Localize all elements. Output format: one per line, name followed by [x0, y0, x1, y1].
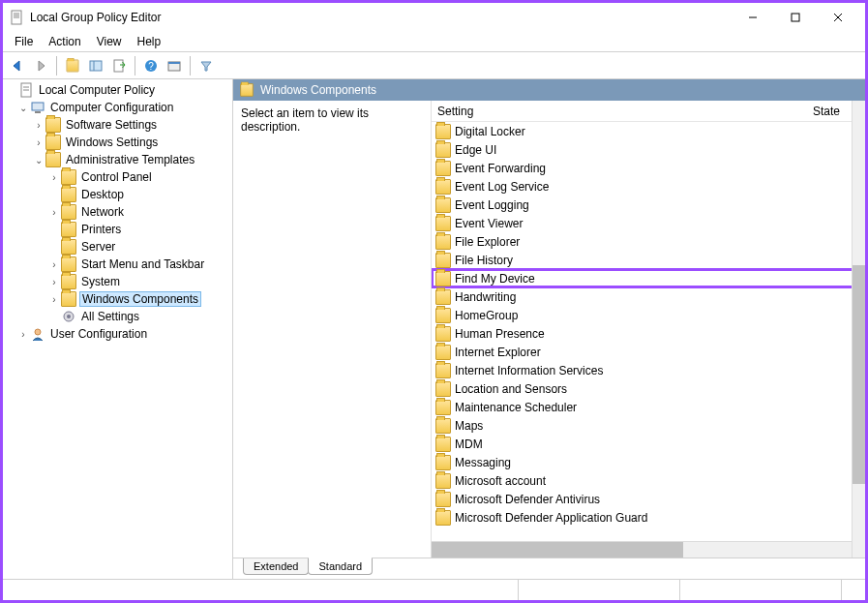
list-column-headers[interactable]: Setting State — [432, 101, 865, 122]
folder-icon — [435, 161, 451, 176]
folder-icon — [61, 222, 76, 237]
folder-icon — [61, 187, 76, 202]
list-item-label: Internet Explorer — [455, 346, 541, 359]
toolbar-help-button[interactable]: ? — [140, 55, 162, 76]
tree-computer-config[interactable]: ⌄ Computer Configuration — [3, 99, 232, 116]
maximize-button[interactable] — [774, 4, 817, 31]
folder-icon — [435, 400, 451, 415]
list-item[interactable]: Maps — [432, 416, 865, 435]
tree-admin-templates[interactable]: ⌄ Administrative Templates — [3, 151, 232, 168]
toolbar-back-button[interactable] — [7, 55, 28, 76]
list-item[interactable]: Internet Explorer — [432, 343, 865, 361]
tree-windows-components[interactable]: › Windows Components — [3, 290, 232, 308]
list-item[interactable]: Location and Sensors — [432, 379, 865, 398]
list-item[interactable]: Messaging — [432, 453, 865, 471]
tree-label: Desktop — [79, 188, 126, 201]
list-item-label: MDM — [455, 437, 483, 451]
chevron-down-icon[interactable]: ⌄ — [32, 155, 45, 166]
list-item[interactable]: HomeGroup — [432, 306, 865, 324]
list-item[interactable]: Handwriting — [432, 287, 865, 306]
chevron-right-icon[interactable]: › — [32, 120, 45, 131]
tree-label: Network — [79, 205, 126, 219]
tree-user-config[interactable]: › User Configuration — [3, 325, 232, 343]
tree-windows-settings[interactable]: › Windows Settings — [3, 134, 232, 151]
tree-software-settings[interactable]: › Software Settings — [3, 116, 232, 134]
list-item[interactable]: MDM — [432, 435, 865, 453]
vertical-scrollbar[interactable] — [852, 101, 865, 558]
list-rows[interactable]: Digital LockerEdge UIEvent ForwardingEve… — [432, 122, 865, 541]
tree-start-menu[interactable]: › Start Menu and Taskbar — [3, 256, 232, 273]
detail-pane: Windows Components Select an item to vie… — [233, 79, 865, 579]
folder-icon — [45, 135, 61, 150]
list-item[interactable]: Microsoft account — [432, 471, 865, 490]
folder-icon — [435, 124, 451, 139]
toolbar-forward-button[interactable] — [30, 55, 51, 76]
tree-pane[interactable]: Local Computer Policy ⌄ Computer Configu… — [3, 79, 233, 579]
folder-icon — [45, 152, 61, 167]
folder-icon — [61, 256, 76, 272]
folder-icon — [435, 326, 451, 342]
list-item[interactable]: Microsoft Defender Antivirus — [432, 490, 865, 508]
svg-rect-14 — [168, 62, 180, 64]
tree-label: Control Panel — [79, 170, 154, 184]
list-item-label: Find My Device — [455, 272, 535, 286]
tab-extended[interactable]: Extended — [243, 558, 309, 575]
folder-icon — [435, 455, 451, 470]
folder-icon — [61, 239, 76, 255]
list-item[interactable]: File Explorer — [432, 232, 865, 251]
tree-desktop[interactable]: Desktop — [3, 186, 232, 203]
tree-root[interactable]: Local Computer Policy — [3, 81, 232, 99]
list-item[interactable]: Find My Device — [432, 269, 865, 287]
list-item[interactable]: Maintenance Scheduler — [432, 398, 865, 416]
chevron-right-icon[interactable]: › — [47, 207, 61, 218]
svg-rect-8 — [90, 61, 102, 71]
menu-action[interactable]: Action — [41, 33, 88, 50]
folder-icon — [435, 216, 451, 231]
horizontal-scrollbar[interactable] — [432, 541, 852, 558]
tree-printers[interactable]: Printers — [3, 221, 232, 238]
list-item[interactable]: Human Presence — [432, 324, 865, 343]
menu-help[interactable]: Help — [130, 33, 169, 50]
chevron-down-icon[interactable]: ⌄ — [16, 103, 30, 113]
tree-all-settings[interactable]: All Settings — [3, 308, 232, 325]
tree-system[interactable]: › System — [3, 273, 232, 290]
chevron-right-icon[interactable]: › — [47, 277, 61, 287]
toolbar-show-tree-button[interactable] — [85, 55, 106, 76]
tree-label: System — [79, 275, 122, 288]
list-item[interactable]: Event Viewer — [432, 214, 865, 232]
tree-control-panel[interactable]: › Control Panel — [3, 168, 232, 186]
chevron-right-icon[interactable]: › — [47, 259, 61, 270]
list-item[interactable]: Internet Information Services — [432, 361, 865, 379]
close-button[interactable] — [817, 4, 859, 31]
toolbar-filter-button[interactable] — [195, 55, 217, 76]
tree-server[interactable]: Server — [3, 238, 232, 256]
main-split: Local Computer Policy ⌄ Computer Configu… — [3, 79, 865, 579]
detail-body: Select an item to view its description. … — [233, 101, 865, 558]
minimize-button[interactable] — [732, 4, 774, 31]
svg-rect-19 — [35, 111, 41, 113]
chevron-right-icon[interactable]: › — [32, 137, 45, 148]
toolbar-up-button[interactable] — [62, 55, 83, 76]
tab-standard[interactable]: Standard — [308, 558, 373, 575]
tree-network[interactable]: › Network — [3, 203, 232, 221]
list-item-label: Event Viewer — [455, 217, 523, 230]
chevron-right-icon[interactable]: › — [47, 172, 61, 183]
list-item[interactable]: File History — [432, 251, 865, 269]
menu-file[interactable]: File — [7, 33, 41, 50]
list-item[interactable]: Event Forwarding — [432, 159, 865, 177]
svg-point-21 — [67, 315, 71, 318]
folder-icon — [435, 271, 451, 286]
list-item[interactable]: Edge UI — [432, 140, 865, 159]
list-item[interactable]: Event Logging — [432, 196, 865, 214]
chevron-right-icon[interactable]: › — [47, 294, 61, 305]
column-header-setting[interactable]: Setting — [432, 105, 807, 118]
folder-icon — [435, 510, 451, 526]
folder-icon — [435, 179, 451, 195]
chevron-right-icon[interactable]: › — [16, 329, 30, 340]
menu-view[interactable]: View — [89, 33, 130, 50]
toolbar-export-button[interactable] — [108, 55, 130, 76]
toolbar-properties-button[interactable] — [164, 55, 185, 76]
list-item[interactable]: Digital Locker — [432, 122, 865, 140]
list-item[interactable]: Microsoft Defender Application Guard — [432, 508, 865, 527]
list-item[interactable]: Event Log Service — [432, 177, 865, 196]
